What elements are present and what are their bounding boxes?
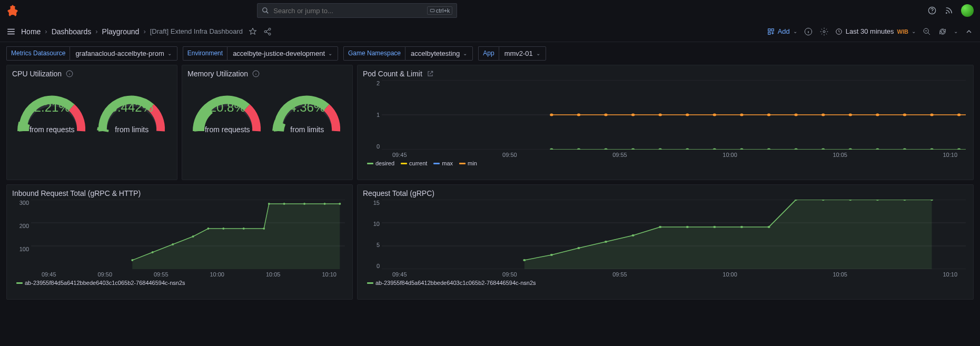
svg-point-65 — [283, 203, 285, 205]
gauge-mem-requests: 20.8% from requests — [191, 86, 264, 134]
svg-point-41 — [658, 149, 661, 150]
chart-inbound: 300200100 09:4509:5009:5510:0010:0510:10 — [12, 200, 347, 279]
svg-point-34 — [903, 114, 906, 116]
svg-point-60 — [207, 228, 210, 230]
topbar: ctrl+k — [0, 0, 980, 21]
svg-point-79 — [686, 226, 689, 228]
svg-point-50 — [903, 149, 906, 150]
var-datasource-label: Metrics Datasource — [6, 46, 70, 61]
svg-line-1 — [266, 12, 269, 14]
svg-point-43 — [713, 149, 716, 150]
svg-point-4 — [932, 12, 932, 13]
chart-grpc: 151050 09:4509:5009:5510:0010:0510:10 — [363, 200, 968, 279]
svg-point-28 — [740, 114, 743, 116]
panel-memory-utilization[interactable]: Memory Utilization 20.8% from requests 4… — [182, 65, 353, 180]
var-app-value[interactable]: mmv2-01⌄ — [499, 46, 546, 61]
legend-item[interactable]: max — [433, 160, 453, 166]
svg-point-63 — [263, 228, 265, 230]
breadcrumb-home[interactable]: Home — [21, 27, 41, 36]
search-shortcut: ctrl+k — [427, 6, 453, 15]
svg-point-45 — [767, 149, 770, 150]
svg-point-31 — [821, 114, 825, 116]
svg-point-57 — [152, 251, 154, 253]
add-button[interactable]: Add⌄ — [767, 27, 797, 35]
var-datasource: Metrics Datasource grafanacloud-accelbyt… — [6, 46, 177, 61]
svg-point-58 — [172, 243, 174, 245]
refresh-icon[interactable] — [938, 27, 947, 36]
svg-point-7 — [264, 31, 266, 33]
info-icon[interactable] — [252, 70, 260, 77]
var-datasource-value[interactable]: grafanacloud-accelbyte-prom⌄ — [70, 46, 177, 61]
svg-point-29 — [767, 114, 770, 116]
var-namespace: Game Namespace accelbytetesting⌄ — [343, 46, 473, 61]
svg-point-40 — [631, 149, 635, 150]
gauge-mem-limits: 4.36% from limits — [270, 86, 344, 134]
refresh-interval-dropdown[interactable]: ⌄ — [954, 28, 958, 34]
breadcrumb-dashboards[interactable]: Dashboards — [52, 27, 92, 36]
var-app-label: App — [478, 46, 498, 61]
info-icon[interactable] — [66, 70, 73, 77]
svg-point-49 — [876, 149, 879, 150]
search-box[interactable]: ctrl+k — [257, 3, 457, 18]
svg-point-59 — [192, 235, 194, 238]
zoom-out-icon[interactable] — [922, 27, 932, 36]
menu-icon[interactable] — [6, 27, 16, 36]
search-input[interactable] — [273, 7, 422, 15]
svg-point-81 — [740, 226, 743, 228]
gauge-cpu-requests: 2.21% from requests — [15, 86, 89, 134]
panel-title: Request Total (gRPC) — [363, 189, 434, 197]
legend-item[interactable]: current — [401, 160, 427, 166]
help-icon[interactable] — [927, 6, 937, 15]
legend: desired current max min — [363, 160, 968, 166]
svg-point-8 — [269, 33, 271, 35]
breadcrumb-current: [Draft] Extend Infra Dashboard — [150, 27, 243, 35]
star-icon[interactable] — [248, 27, 258, 36]
svg-rect-2 — [430, 9, 434, 12]
info-icon[interactable] — [804, 27, 813, 36]
legend-item[interactable]: desired — [367, 160, 394, 166]
svg-point-62 — [243, 228, 245, 230]
breadcrumb-playground[interactable]: Playground — [102, 27, 140, 36]
panel-title: CPU Utilization — [12, 70, 62, 78]
user-avatar[interactable] — [961, 4, 974, 17]
svg-point-47 — [821, 149, 825, 150]
grafana-logo-icon[interactable] — [6, 4, 19, 17]
time-range-picker[interactable]: Last 30 minutes WIB⌄ — [835, 27, 916, 35]
svg-point-13 — [823, 31, 825, 33]
svg-point-5 — [946, 12, 947, 14]
panel-inbound-request-total[interactable]: Inbound Request Total (gRPC & HTTP) 3002… — [6, 184, 353, 300]
settings-icon[interactable] — [819, 27, 829, 36]
legend-item[interactable]: ab-23955f84d5a6412bbede6403c1c065b2-7684… — [367, 280, 536, 286]
svg-point-21 — [550, 114, 553, 116]
var-namespace-label: Game Namespace — [343, 46, 405, 61]
svg-point-35 — [930, 114, 933, 116]
svg-point-78 — [659, 226, 661, 228]
svg-point-22 — [577, 114, 580, 116]
svg-rect-10 — [771, 28, 774, 31]
svg-point-68 — [339, 203, 341, 205]
share-icon[interactable] — [263, 27, 272, 36]
svg-point-0 — [263, 8, 267, 12]
svg-point-67 — [324, 203, 326, 205]
var-environment-value[interactable]: accelbyte-justice-development⌄ — [227, 46, 338, 61]
panel-request-total-grpc[interactable]: Request Total (gRPC) 151050 09:4509:5009… — [357, 184, 974, 300]
svg-point-6 — [269, 28, 271, 30]
legend-item[interactable]: min — [459, 160, 477, 166]
panel-pod-count[interactable]: Pod Count & Limit 210 09:4509:5009:5510:… — [357, 65, 974, 180]
panel-cpu-utilization[interactable]: CPU Utilization 2.21% from requests 0.44… — [6, 65, 177, 180]
svg-point-77 — [632, 234, 635, 236]
var-namespace-value[interactable]: accelbytetesting⌄ — [405, 46, 473, 61]
svg-point-80 — [713, 226, 716, 228]
rss-icon[interactable] — [944, 6, 954, 15]
svg-point-75 — [577, 247, 580, 249]
panels-grid: CPU Utilization 2.21% from requests 0.44… — [0, 65, 980, 304]
svg-point-30 — [794, 114, 797, 116]
collapse-icon[interactable] — [964, 27, 974, 36]
svg-point-52 — [957, 149, 961, 150]
svg-point-56 — [131, 259, 133, 261]
svg-point-38 — [577, 149, 580, 150]
svg-point-76 — [605, 241, 607, 243]
svg-rect-9 — [768, 28, 770, 31]
legend-item[interactable]: ab-23955f84d5a6412bbede6403c1c065b2-7684… — [16, 280, 185, 286]
external-link-icon[interactable] — [427, 70, 434, 77]
